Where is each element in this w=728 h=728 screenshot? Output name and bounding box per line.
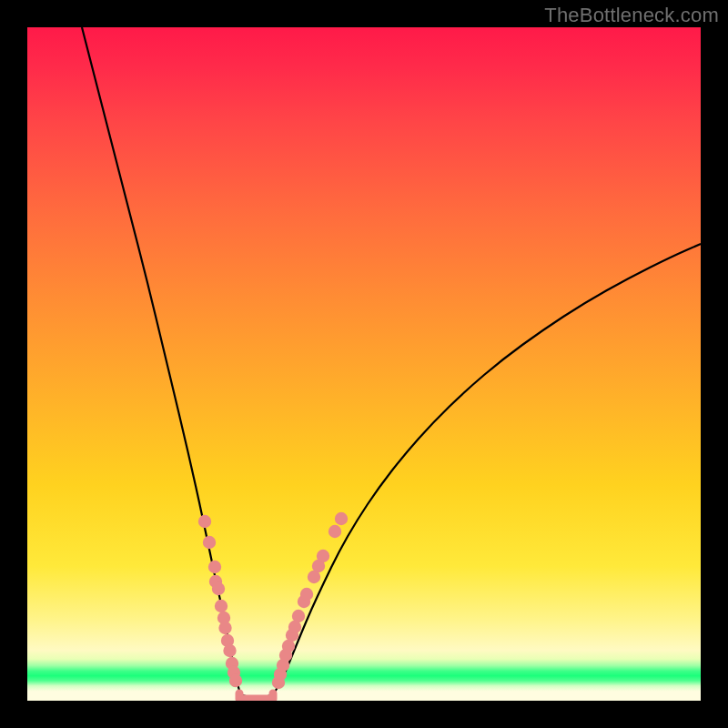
data-dot: [300, 588, 313, 601]
data-dot: [329, 525, 341, 538]
data-dot: [218, 622, 231, 634]
data-dot: [203, 536, 216, 549]
data-dot: [212, 582, 225, 595]
data-dot: [208, 561, 221, 573]
data-dot: [198, 515, 211, 528]
data-dot: [229, 674, 242, 687]
data-dot: [292, 610, 305, 622]
watermark-text: TheBottleneck.com: [544, 4, 719, 27]
data-dot: [335, 512, 348, 525]
dots-right-group: [272, 512, 348, 689]
data-dot: [317, 550, 329, 562]
plot-area: [27, 27, 701, 701]
bottleneck-curve: [82, 27, 701, 697]
data-dot: [215, 600, 228, 612]
dots-left-group: [198, 515, 242, 687]
valley-bracket: [239, 693, 273, 699]
data-dot: [223, 644, 236, 657]
chart-overlay: [27, 27, 701, 701]
chart-stage: TheBottleneck.com: [0, 0, 728, 728]
